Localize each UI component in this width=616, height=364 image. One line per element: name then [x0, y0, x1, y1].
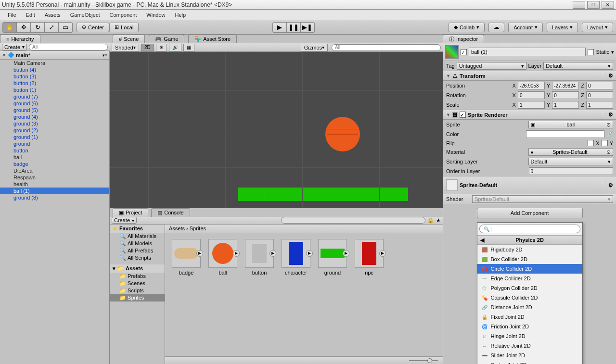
component-menu-item[interactable]: 〰Edge Collider 2D — [477, 274, 582, 283]
hierarchy-item[interactable]: ground (2) — [0, 127, 109, 134]
scale-y[interactable] — [552, 101, 579, 109]
favorite-item[interactable]: 🔍All Models — [110, 240, 165, 247]
hierarchy-item[interactable]: ground (5) — [0, 107, 109, 113]
fx-toggle[interactable]: ▦ — [183, 44, 194, 51]
scene-search-input[interactable] — [332, 44, 441, 51]
assets-header[interactable]: ▾ 📁 Assets — [110, 264, 165, 273]
position-x[interactable] — [518, 82, 545, 89]
cloud-button[interactable]: ☁ — [488, 23, 504, 32]
component-menu-item[interactable]: ⬠Polygon Collider 2D — [477, 283, 582, 293]
close-button[interactable]: ✕ — [602, 1, 614, 9]
folder-item[interactable]: 📁 Prefabs — [110, 273, 165, 280]
component-menu-item[interactable]: ⭕Circle Collider 2D — [477, 264, 582, 274]
hierarchy-item[interactable]: button (2) — [0, 80, 109, 87]
hierarchy-item[interactable]: ground (3) — [0, 120, 109, 127]
rect-tool[interactable]: ▭ — [58, 22, 73, 33]
asset-item[interactable]: ▶npc — [354, 239, 385, 276]
hierarchy-item[interactable]: ground (8) — [0, 194, 109, 201]
gameobject-active-checkbox[interactable] — [461, 49, 467, 55]
asset-item[interactable]: ▶ground — [317, 239, 348, 276]
gameobject-name-input[interactable] — [469, 48, 586, 56]
console-tab[interactable]: ▤ Console — [151, 208, 190, 217]
move-tool[interactable]: ✥ — [16, 22, 31, 33]
component-menu-item[interactable]: 💊Capsule Collider 2D — [477, 293, 582, 302]
2d-toggle[interactable]: 2D — [141, 44, 154, 51]
asset-item[interactable]: ▶ball — [207, 239, 238, 276]
color-picker[interactable] — [526, 130, 605, 138]
hierarchy-item[interactable]: button (4) — [0, 66, 109, 73]
menu-assets[interactable]: Assets — [41, 11, 64, 19]
folder-item[interactable]: 📁 Scripts — [110, 287, 165, 294]
scale-tool[interactable]: ⤢ — [44, 22, 59, 33]
add-component-button[interactable]: Add Component — [477, 208, 583, 218]
menu-edit[interactable]: Edit — [22, 11, 39, 19]
hierarchy-item[interactable]: ground — [0, 140, 109, 147]
flip-y-checkbox[interactable] — [602, 140, 608, 146]
asset-expand-icon[interactable]: ▶ — [343, 250, 349, 257]
thumbnail-size-slider[interactable] — [165, 356, 443, 364]
project-tab[interactable]: ▣ Project — [113, 208, 148, 217]
hierarchy-item[interactable]: button (1) — [0, 87, 109, 93]
component-menu-item[interactable]: 🟩Box Collider 2D — [477, 254, 582, 264]
asset-expand-icon[interactable]: ▶ — [270, 250, 276, 257]
folder-item[interactable]: 📁 Sprites — [110, 294, 165, 301]
maximize-button[interactable]: ☐ — [587, 1, 600, 9]
sprite-field[interactable]: ▣ ball⊙ — [528, 121, 614, 128]
asset-store-tab[interactable]: 🏪 Asset Store — [188, 35, 237, 43]
scale-x[interactable] — [518, 101, 545, 109]
menu-gameobject[interactable]: GameObject — [66, 11, 104, 19]
project-breadcrumb[interactable]: Assets › Sprites — [165, 225, 443, 233]
scene-tab[interactable]: # Scene — [113, 35, 145, 43]
menu-window[interactable]: Window — [142, 11, 169, 19]
rotation-x[interactable] — [518, 91, 545, 99]
hierarchy-item[interactable]: ground (4) — [0, 113, 109, 120]
hierarchy-item[interactable]: health — [0, 181, 109, 188]
layer-dropdown[interactable]: Default▾ — [543, 62, 613, 70]
favorites-header[interactable]: ★Favorites — [110, 225, 165, 233]
component-menu-item[interactable]: 🔗Distance Joint 2D — [477, 302, 582, 312]
component-menu-item[interactable]: 〰Spring Joint 2D — [477, 360, 582, 364]
gameobject-icon[interactable] — [445, 45, 459, 59]
favorite-item[interactable]: 🔍All Materials — [110, 233, 165, 240]
scene-object-ball[interactable] — [325, 117, 360, 151]
account-button[interactable]: Account ▾ — [508, 23, 543, 32]
eyedropper-icon[interactable]: 💉 — [606, 131, 613, 138]
collab-button[interactable]: ◆ Collab ▾ — [449, 23, 485, 32]
shader-dropdown[interactable]: Sprites/Default▾ — [472, 195, 613, 203]
rotation-z[interactable] — [586, 91, 613, 99]
hierarchy-item[interactable]: button (3) — [0, 73, 109, 80]
search-filter-icon[interactable]: 🔒 — [427, 217, 434, 224]
favorite-item[interactable]: 🔍All Scripts — [110, 254, 165, 262]
hierarchy-item[interactable]: Respawn — [0, 174, 109, 181]
hierarchy-item[interactable]: ground (1) — [0, 134, 109, 140]
play-button[interactable]: ▶ — [272, 22, 287, 33]
hierarchy-item[interactable]: ball — [0, 154, 109, 161]
game-tab[interactable]: 🎮 Game — [149, 35, 184, 43]
layout-button[interactable]: Layout ▾ — [582, 23, 613, 32]
transform-header[interactable]: ▼⏃ Transform❔ ⚙ — [443, 71, 616, 81]
tag-dropdown[interactable]: Untagged▾ — [457, 62, 526, 70]
asset-expand-icon[interactable]: ▶ — [233, 250, 240, 257]
gizmos-dropdown[interactable]: Gizmos ▾ — [301, 44, 328, 51]
sprite-renderer-header[interactable]: ▼🖼 Sprite Renderer❔ ⚙ — [443, 110, 616, 120]
asset-item[interactable]: ▶badge — [171, 239, 202, 276]
favorite-item[interactable]: 🔍All Prefabs — [110, 247, 165, 254]
folder-item[interactable]: 📁 Scenes — [110, 280, 165, 287]
hierarchy-item[interactable]: DieArea — [0, 167, 109, 174]
position-y[interactable] — [552, 82, 579, 89]
position-z[interactable] — [586, 82, 613, 89]
menu-component[interactable]: Component — [105, 11, 141, 19]
hierarchy-item[interactable]: badge — [0, 161, 109, 167]
hierarchy-item[interactable]: button — [0, 147, 109, 154]
scale-z[interactable] — [586, 101, 613, 109]
hierarchy-search-input[interactable] — [29, 44, 108, 50]
project-search-input[interactable] — [281, 217, 425, 224]
asset-item[interactable]: ▶character — [281, 239, 311, 276]
project-create-button[interactable]: Create ▾ — [112, 217, 137, 224]
material-field[interactable]: ● Sprites-Default⊙ — [528, 148, 614, 156]
asset-expand-icon[interactable]: ▶ — [306, 250, 313, 257]
component-menu-item[interactable]: 🟫Rigidbody 2D — [477, 245, 582, 254]
search-save-icon[interactable]: ★ — [436, 217, 441, 224]
asset-expand-icon[interactable]: ▶ — [379, 250, 386, 257]
audio-toggle[interactable]: 🔊 — [169, 44, 181, 51]
